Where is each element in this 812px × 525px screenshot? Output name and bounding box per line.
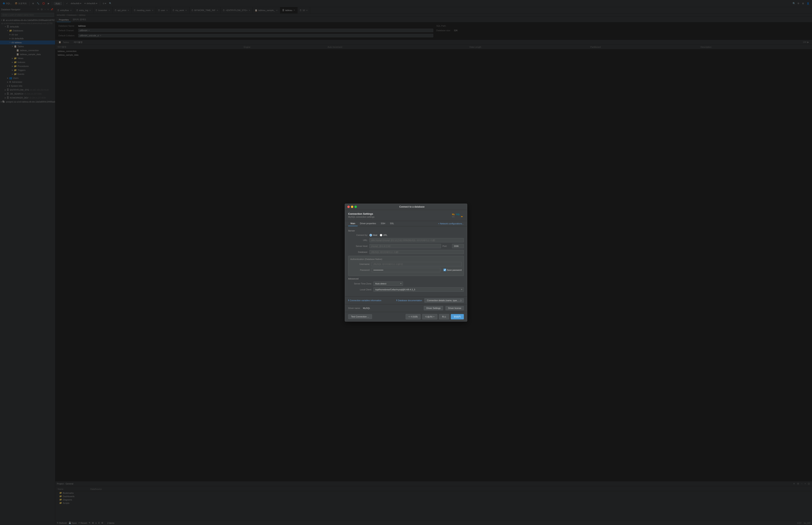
next-btn[interactable]: 다음(N) > [422,314,438,319]
radio-url-input[interactable] [380,234,382,237]
svg-text:My: My [452,213,455,215]
dialog-network-config[interactable]: + Network configurations... [438,221,464,226]
advanced-section: Advanced Server Time Zone: Auto-detect ▼… [348,278,464,292]
driver-settings-btn[interactable]: Driver Settings [424,306,443,310]
driver-name-label: Driver name: [348,307,361,309]
connect-by-radio-group: Host URL [369,234,387,237]
dialog-subtitle: MySQL connection settings [348,216,449,218]
dialog-tab-ssl[interactable]: SSL [388,221,397,226]
timezone-row: Server Time Zone: Auto-detect ▼ [348,282,464,286]
url-label: URL: [348,239,368,241]
save-password-label: Save password [447,269,462,271]
save-password-checkbox[interactable]: Save password [444,269,462,271]
dialog-content: Server Connect by: Host URL URL: [345,226,467,297]
database-row: Database: [348,250,464,254]
local-client-wrapper: ▼ [373,287,464,292]
connection-dialog: Connect to a database Connection Setting… [345,204,467,321]
dialog-tab-main[interactable]: Main [348,221,358,226]
radio-host-input[interactable] [369,234,372,237]
url-input[interactable] [369,238,464,242]
username-input[interactable] [372,262,462,266]
connection-details-btn[interactable]: Connection details (name, type, ... ) [424,298,464,303]
dialog-tab-ssh[interactable]: SSH [378,221,388,226]
svg-text:SQL: SQL [456,213,460,215]
driver-license-btn[interactable]: Driver license [445,306,464,310]
radio-host-label: Host [373,234,377,236]
username-row: Username: [350,262,462,266]
advanced-title: Advanced [348,278,464,280]
url-row: URL: [348,238,464,242]
radio-url-label: URL [383,234,387,236]
connection-variables-label: Connection variables information [350,299,381,302]
local-client-input[interactable] [373,287,464,292]
radio-url[interactable]: URL [380,234,387,237]
driver-name-value: MySQL [363,307,370,309]
connection-info-row: ℹ Connection variables information ℹ Dat… [345,297,467,304]
server-section-title: Server [348,229,464,232]
database-documentation-label: Database documentation [398,299,422,302]
traffic-light-yellow[interactable] [351,206,353,208]
port-label: Port: [443,245,450,247]
finish-btn[interactable]: 완료(F) [451,314,464,319]
dialog-footer: Test Connection ... < 이전(B) 다음(N) > 취소 완… [345,312,467,321]
driver-info: Driver name: MySQL Driver Settings Drive… [345,304,467,312]
traffic-light-green[interactable] [354,206,357,208]
database-label: Database: [348,251,368,253]
dialog-window-title: Connect to a database [359,206,465,208]
connect-by-label: Connect by: [348,234,368,236]
save-password-input[interactable] [444,269,446,271]
traffic-lights [347,206,357,208]
svg-text:MySQL: MySQL [452,216,455,217]
dialog-header: Connection Settings MySQL connection set… [345,210,467,221]
database-documentation-link[interactable]: ℹ Database documentation [396,299,422,302]
auth-section: Authentication (Database Native) Usernam… [348,256,464,276]
local-client-row: Local Client: ▼ [348,287,464,292]
server-host-label: Server Host: [348,245,368,247]
traffic-light-red[interactable] [347,206,350,208]
radio-host[interactable]: Host [369,234,377,237]
dialog-titlebar: Connect to a database [345,204,467,210]
back-btn[interactable]: < 이전(B) [405,314,420,319]
port-input[interactable] [452,244,464,248]
username-label: Username: [350,263,370,265]
local-client-label: Local Client: [348,288,372,291]
server-host-row: Server Host: Port: [348,244,464,248]
cancel-btn[interactable]: 취소 [439,314,449,319]
database-input[interactable] [369,250,464,254]
password-row: Password: Save password [350,268,462,272]
modal-overlay: Connect to a database Connection Setting… [0,0,812,525]
timezone-select-wrapper: Auto-detect ▼ [373,282,403,286]
info-icon: ℹ [348,299,349,302]
timezone-label: Server Time Zone: [348,283,372,285]
password-label: Password: [350,269,370,271]
auth-title: Authentication (Database Native) [350,258,462,260]
password-input[interactable] [372,268,440,272]
dialog-tabs: Main Driver properties SSH SSL + Network… [345,221,467,226]
dialog-tab-driver-props[interactable]: Driver properties [358,221,378,226]
connection-variables-link[interactable]: ℹ Connection variables information [348,299,381,302]
dialog-title-text: Connection Settings [348,212,449,215]
server-host-input[interactable] [369,244,441,248]
timezone-select[interactable]: Auto-detect [373,282,403,286]
mysql-logo: My SQL MySQL [452,212,464,221]
info-icon2: ℹ [396,299,397,302]
test-connection-btn[interactable]: Test Connection ... [348,314,372,319]
connect-by-row: Connect by: Host URL [348,234,464,237]
